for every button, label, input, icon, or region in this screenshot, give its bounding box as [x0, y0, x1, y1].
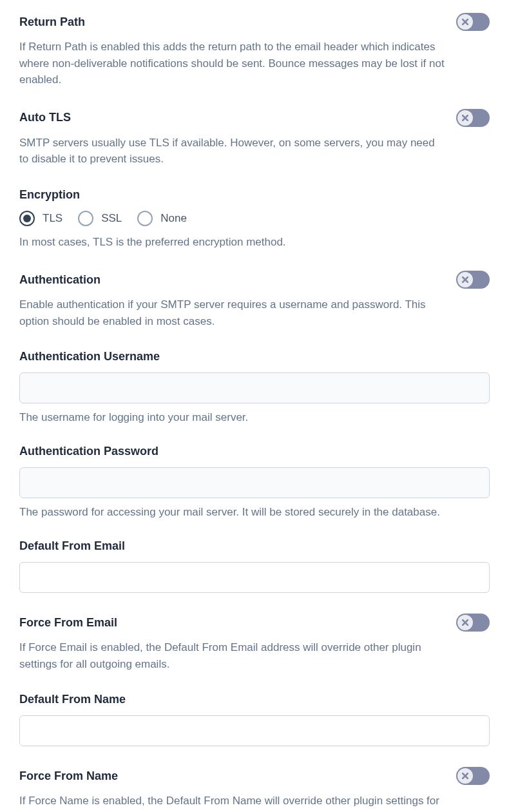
auth-password-helper: The password for accessing your mail ser…	[19, 506, 490, 519]
force-from-name-toggle[interactable]	[456, 767, 490, 785]
encryption-option-tls[interactable]: TLS	[19, 211, 62, 226]
radio-dot	[23, 215, 31, 222]
auth-username-input[interactable]	[19, 372, 490, 403]
default-from-email-input[interactable]	[19, 562, 490, 593]
auto-tls-section: Auto TLS SMTP servers usually use TLS if…	[19, 109, 490, 168]
x-icon	[462, 276, 468, 283]
auth-password-section: Authentication Password The password for…	[19, 445, 490, 519]
toggle-knob	[457, 768, 473, 784]
encryption-option-none[interactable]: None	[137, 211, 187, 226]
radio-circle	[137, 211, 153, 226]
auth-username-label: Authentication Username	[19, 350, 490, 363]
authentication-section: Authentication Enable authentication if …	[19, 271, 490, 329]
encryption-radio-group: TLS SSL None	[19, 211, 490, 226]
force-from-email-toggle[interactable]	[456, 614, 490, 632]
force-from-email-header: Force From Email	[19, 614, 490, 632]
x-icon	[462, 619, 468, 626]
return-path-title: Return Path	[19, 15, 85, 29]
auto-tls-title: Auto TLS	[19, 111, 71, 124]
default-from-email-section: Default From Email	[19, 539, 490, 593]
radio-label-tls: TLS	[43, 212, 62, 225]
toggle-knob	[457, 14, 473, 30]
radio-circle	[19, 211, 35, 226]
force-from-name-section: Force From Name If Force Name is enabled…	[19, 767, 490, 812]
auth-password-label: Authentication Password	[19, 445, 490, 458]
toggle-knob	[457, 272, 473, 287]
auth-username-section: Authentication Username The username for…	[19, 350, 490, 424]
force-from-email-title: Force From Email	[19, 616, 117, 630]
x-icon	[462, 115, 468, 121]
default-from-name-section: Default From Name	[19, 693, 490, 746]
toggle-knob	[457, 615, 473, 630]
encryption-section: Encryption TLS SSL None In most cases, T…	[19, 188, 490, 251]
return-path-toggle[interactable]	[456, 13, 490, 31]
radio-label-ssl: SSL	[101, 212, 122, 225]
default-from-email-label: Default From Email	[19, 539, 490, 553]
authentication-toggle[interactable]	[456, 271, 490, 289]
return-path-desc: If Return Path is enabled this adds the …	[19, 39, 445, 88]
auto-tls-toggle[interactable]	[456, 109, 490, 127]
force-from-email-section: Force From Email If Force Email is enabl…	[19, 614, 490, 672]
auto-tls-desc: SMTP servers usually use TLS if availabl…	[19, 135, 445, 168]
return-path-section: Return Path If Return Path is enabled th…	[19, 13, 490, 88]
return-path-header: Return Path	[19, 13, 490, 31]
authentication-title: Authentication	[19, 273, 101, 287]
x-icon	[462, 773, 468, 779]
auto-tls-header: Auto TLS	[19, 109, 490, 127]
default-from-name-input[interactable]	[19, 715, 490, 746]
x-icon	[462, 19, 468, 25]
force-from-email-desc: If Force Email is enabled, the Default F…	[19, 639, 445, 672]
auth-username-helper: The username for logging into your mail …	[19, 411, 490, 424]
authentication-header: Authentication	[19, 271, 490, 289]
radio-label-none: None	[160, 212, 187, 225]
force-from-name-header: Force From Name	[19, 767, 490, 785]
encryption-option-ssl[interactable]: SSL	[78, 211, 122, 226]
force-from-name-title: Force From Name	[19, 769, 118, 783]
auth-password-input[interactable]	[19, 467, 490, 498]
force-from-name-desc: If Force Name is enabled, the Default Fr…	[19, 793, 445, 812]
encryption-helper: In most cases, TLS is the preferred encr…	[19, 234, 445, 251]
radio-circle	[78, 211, 93, 226]
authentication-desc: Enable authentication if your SMTP serve…	[19, 296, 445, 329]
toggle-knob	[457, 110, 473, 126]
default-from-name-label: Default From Name	[19, 693, 490, 706]
encryption-title: Encryption	[19, 188, 490, 202]
